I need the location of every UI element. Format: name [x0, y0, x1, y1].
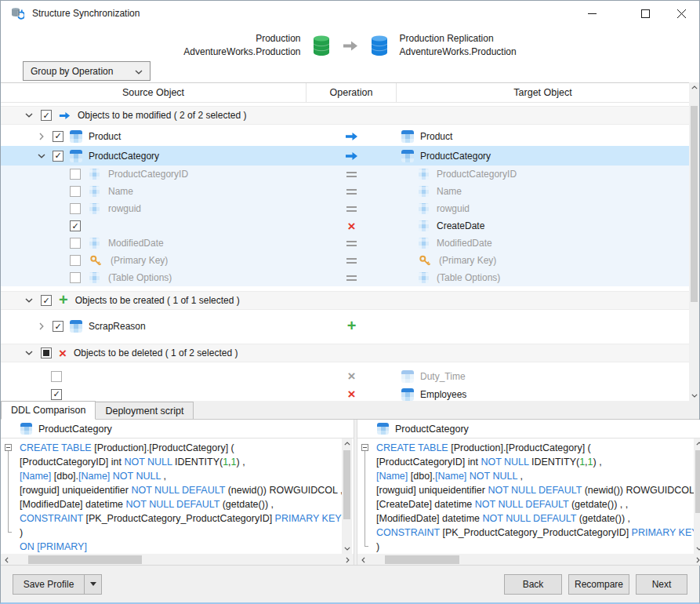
checkbox[interactable] — [70, 220, 81, 231]
chevron-down-icon[interactable] — [24, 111, 34, 120]
scrollbar-thumb[interactable] — [343, 450, 350, 519]
source-ddl-vscrollbar[interactable] — [342, 438, 352, 554]
target-field-label: ModifiedDate — [437, 238, 492, 249]
tree-row-primary-key[interactable]: (Primary Key) (Primary Key) — [1, 252, 691, 269]
tree-row-productcategory[interactable]: ProductCategory ProductCategory — [1, 146, 691, 166]
target-object-label: Product — [420, 131, 452, 142]
save-profile-dropdown-button[interactable] — [84, 574, 102, 595]
structure-sync-icon — [10, 6, 24, 20]
chevron-down-icon[interactable] — [37, 151, 46, 161]
checkbox[interactable] — [53, 131, 63, 142]
group-by-dropdown[interactable]: Group by Operation — [23, 61, 151, 81]
tab-deployment-script[interactable]: Deployment script — [95, 402, 194, 419]
close-button[interactable] — [663, 1, 699, 26]
target-field-label: (Primary Key) — [439, 255, 496, 266]
scroll-up-arrow[interactable] — [694, 438, 700, 449]
tree-row-duty-time[interactable]: × Duty_Time — [1, 367, 691, 385]
scroll-up-arrow[interactable] — [342, 438, 352, 449]
maximize-button[interactable] — [627, 1, 663, 26]
group-row-created[interactable]: + Objects to be created ( 1 of 1 selecte… — [1, 291, 691, 310]
chevron-down-icon[interactable] — [24, 348, 34, 358]
checkbox-indeterminate[interactable] — [41, 347, 52, 358]
source-field-label: (Table Options) — [108, 272, 172, 283]
scrollbar-thumb[interactable] — [28, 555, 142, 564]
column-header-target[interactable]: Target Object — [397, 83, 689, 102]
scroll-up-arrow[interactable] — [689, 82, 699, 93]
target-field-label: rowguid — [437, 203, 470, 214]
tree-row-table-options[interactable]: (Table Options) (Table Options) — [1, 269, 691, 286]
comparison-grid: Source Object Operation Target Object Ob… — [1, 82, 699, 401]
scroll-down-arrow[interactable] — [689, 391, 699, 401]
footer-bar: Save Profile Back Recompare Next — [1, 565, 699, 602]
target-ddl-vscrollbar[interactable] — [694, 438, 700, 554]
checkbox[interactable] — [70, 186, 81, 197]
code-fold-icon[interactable] — [361, 444, 368, 451]
checkbox[interactable] — [41, 295, 52, 306]
tab-ddl-comparison[interactable]: DDL Comparison — [1, 401, 96, 420]
scroll-down-arrow[interactable] — [342, 544, 352, 554]
column-icon — [89, 203, 100, 214]
source-ddl-title: ProductCategory — [38, 424, 112, 435]
scroll-right-arrow[interactable] — [693, 555, 700, 565]
table-icon — [20, 423, 32, 435]
source-ddl-header: ProductCategory — [1, 420, 354, 438]
chevron-right-icon[interactable] — [37, 322, 46, 331]
group-label: Objects to be deleted ( 1 of 2 selected … — [74, 347, 238, 358]
target-field-label: CreateDate — [437, 220, 484, 231]
checkbox[interactable] — [70, 169, 81, 180]
scrollbar-thumb[interactable] — [385, 555, 459, 564]
tree-row-createdate[interactable]: × CreateDate — [1, 217, 691, 235]
table-icon — [401, 370, 414, 383]
checkbox[interactable] — [41, 110, 52, 121]
checkbox[interactable] — [51, 371, 62, 382]
chevron-right-icon[interactable] — [37, 132, 46, 141]
equal-icon — [346, 189, 357, 195]
source-object-label: Product — [89, 131, 121, 142]
source-ddl-hscrollbar[interactable] — [1, 554, 354, 566]
scroll-left-arrow[interactable] — [358, 555, 368, 565]
scrollbar-thumb[interactable] — [691, 106, 698, 302]
scroll-down-arrow[interactable] — [694, 544, 700, 554]
column-icon — [419, 203, 429, 214]
target-ddl-hscrollbar[interactable] — [357, 554, 700, 566]
scroll-right-arrow[interactable] — [343, 555, 353, 565]
recompare-button[interactable]: Recompare — [568, 574, 629, 595]
column-icon — [89, 272, 100, 283]
delete-cross-gray-icon: × — [348, 369, 356, 383]
minimize-button[interactable] — [574, 1, 610, 26]
checkbox[interactable] — [53, 321, 63, 332]
target-ddl-panel: ProductCategory CREATE TABLE [Production… — [357, 420, 700, 566]
target-object-label: Employees — [420, 389, 466, 400]
bottom-tab-bar: DDL Comparison Deployment script — [1, 401, 699, 420]
save-profile-button[interactable]: Save Profile — [13, 574, 85, 595]
tree-row-product[interactable]: Product Product — [1, 126, 691, 146]
tree-row-rowguid[interactable]: rowguid rowguid — [1, 200, 691, 217]
scrollbar-thumb[interactable] — [695, 450, 700, 513]
group-by-value: Group by Operation — [31, 66, 113, 77]
checkbox[interactable] — [70, 272, 81, 283]
tree-vertical-scrollbar[interactable] — [689, 82, 699, 401]
checkbox[interactable] — [70, 255, 81, 266]
create-plus-icon: + — [59, 292, 68, 307]
chevron-down-icon[interactable] — [24, 296, 34, 305]
scroll-left-arrow[interactable] — [2, 555, 12, 565]
checkbox[interactable] — [70, 238, 81, 249]
window-title: Structure Synchronization — [32, 8, 140, 19]
code-fold-icon[interactable] — [5, 444, 12, 451]
column-header-operation[interactable]: Operation — [306, 83, 397, 102]
tree-row-modifieddate[interactable]: ModifiedDate ModifiedDate — [1, 235, 691, 252]
checkbox[interactable] — [51, 389, 62, 400]
column-header-source[interactable]: Source Object — [1, 83, 306, 102]
tree-row-productcategoryid[interactable]: ProductCategoryID ProductCategoryID — [1, 166, 691, 183]
tree-row-name[interactable]: Name Name — [1, 183, 691, 200]
next-button[interactable]: Next — [636, 574, 687, 595]
group-row-deleted[interactable]: × Objects to be deleted ( 1 of 2 selecte… — [1, 344, 691, 362]
checkbox[interactable] — [70, 203, 81, 214]
structure-synchronization-window: Structure Synchronization Production Adv… — [0, 0, 700, 604]
group-row-modified[interactable]: Objects to be modified ( 2 of 2 selected… — [1, 106, 691, 125]
back-button[interactable]: Back — [504, 574, 562, 595]
checkbox[interactable] — [53, 151, 63, 162]
tree-row-scrapreason[interactable]: ScrapReason + — [1, 316, 691, 337]
chevron-down-icon — [135, 66, 143, 77]
tree-row-employees[interactable]: × Employees — [1, 385, 691, 401]
